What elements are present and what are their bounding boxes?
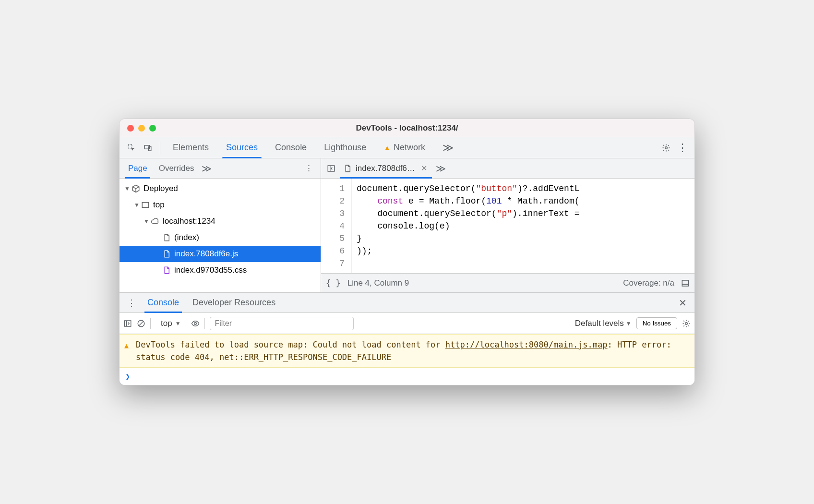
drawer-tab-console[interactable]: Console: [141, 293, 186, 312]
editor-pane: index.7808df6… ✕ ≫ 1234567 document.quer…: [321, 158, 694, 292]
more-tabs-button[interactable]: ≫: [434, 137, 462, 158]
toggle-navigator-icon[interactable]: [324, 164, 338, 173]
code-content[interactable]: document.querySelector("button")?.addEve…: [352, 179, 694, 273]
navigator-tab-overrides[interactable]: Overrides: [153, 158, 200, 178]
editor-tab-label: index.7808df6…: [356, 164, 415, 173]
warning-url[interactable]: http://localhost:8080/main.js.map: [445, 340, 608, 349]
navigator-kebab-icon[interactable]: ⋮: [300, 163, 318, 173]
tab-console[interactable]: Console: [266, 137, 315, 158]
svg-rect-9: [124, 321, 131, 326]
maximize-window-button[interactable]: [149, 125, 156, 132]
close-window-button[interactable]: [127, 125, 134, 132]
console-context-selector[interactable]: top ▼: [156, 316, 186, 331]
tree-file-label: index.7808df6e.js: [174, 249, 238, 259]
tree-domain[interactable]: ▼ localhost:1234: [120, 213, 321, 229]
warning-icon: ▲: [124, 339, 129, 352]
tab-lighthouse[interactable]: Lighthouse: [315, 137, 375, 158]
chevron-down-icon: ▼: [626, 320, 632, 327]
svg-point-14: [685, 322, 688, 324]
tree-file-index[interactable]: (index): [120, 229, 321, 246]
svg-point-13: [194, 322, 196, 324]
pretty-print-icon[interactable]: { }: [326, 278, 341, 288]
tree-domain-label: localhost:1234: [163, 216, 215, 226]
tree-file-css[interactable]: index.d9703d55.css: [120, 262, 321, 278]
console-messages: ▲ DevTools failed to load source map: Co…: [120, 334, 694, 385]
kebab-menu-icon[interactable]: ⋮: [674, 142, 691, 154]
navigator-tab-page[interactable]: Page: [122, 158, 153, 178]
window-title: DevTools - localhost:1234/: [356, 123, 458, 133]
svg-line-12: [139, 321, 144, 325]
show-drawer-icon[interactable]: [681, 279, 690, 288]
console-prompt[interactable]: ❯: [120, 368, 694, 385]
chevron-down-icon: ▼: [175, 320, 181, 327]
main-tab-strip: Elements Sources Console Lighthouse ▲ Ne…: [120, 137, 694, 158]
drawer-tab-strip: ⋮ Console Developer Resources ✕: [120, 293, 694, 313]
tree-file-label: index.d9703d55.css: [174, 265, 247, 275]
tree-top-label: top: [153, 200, 165, 210]
drawer-kebab-icon[interactable]: ⋮: [122, 298, 141, 308]
cursor-position: Line 4, Column 9: [347, 278, 409, 288]
chevron-down-icon: ▼: [123, 185, 131, 192]
clear-console-icon[interactable]: [137, 319, 145, 328]
titlebar: DevTools - localhost:1234/: [120, 119, 694, 137]
issues-button[interactable]: No Issues: [636, 317, 677, 329]
tree-deployed-label: Deployed: [144, 184, 178, 193]
document-icon: [162, 233, 171, 242]
more-editor-tabs[interactable]: ≫: [434, 163, 448, 174]
devtools-window: DevTools - localhost:1234/ Elements Sour…: [119, 119, 695, 385]
close-drawer-icon[interactable]: ✕: [674, 297, 692, 309]
document-icon: [343, 164, 352, 173]
divider: [160, 142, 160, 154]
tree-file-label: (index): [174, 233, 199, 242]
chevron-down-icon: ▼: [133, 202, 141, 208]
tab-elements[interactable]: Elements: [164, 137, 217, 158]
drawer-tab-dev-resources[interactable]: Developer Resources: [186, 293, 282, 312]
navigator-tabs: Page Overrides ≫ ⋮: [120, 158, 321, 179]
svg-point-3: [665, 146, 668, 149]
minimize-window-button[interactable]: [138, 125, 145, 132]
divider: [150, 318, 151, 329]
tab-sources[interactable]: Sources: [217, 137, 266, 158]
tree-top-frame[interactable]: ▼ top: [120, 197, 321, 213]
coverage-label: Coverage: n/a: [623, 278, 674, 288]
warning-icon: ▲: [383, 144, 391, 152]
inspect-element-icon[interactable]: [123, 144, 140, 152]
frame-icon: [141, 201, 150, 209]
traffic-lights: [120, 125, 156, 132]
svg-rect-7: [682, 280, 689, 286]
editor-status-bar: { } Line 4, Column 9 Coverage: n/a: [321, 273, 694, 292]
cloud-icon: [150, 217, 160, 226]
console-sidebar-toggle-icon[interactable]: [123, 319, 132, 328]
line-gutter: 1234567: [321, 179, 352, 273]
cube-icon: [131, 184, 141, 193]
tree-file-js[interactable]: index.7808df6e.js: [120, 246, 321, 262]
code-editor[interactable]: 1234567 document.querySelector("button")…: [321, 179, 694, 273]
editor-open-file-tab[interactable]: index.7808df6… ✕: [338, 158, 434, 178]
console-toolbar: top ▼ Default levels ▼ No Issues: [120, 313, 694, 334]
console-settings-icon[interactable]: [682, 319, 691, 328]
file-tree: ▼ Deployed ▼ top ▼: [120, 179, 321, 292]
settings-icon[interactable]: [658, 144, 674, 152]
navigator-more-tabs[interactable]: ≫: [202, 163, 212, 174]
context-label: top: [161, 319, 172, 328]
levels-label: Default levels: [575, 319, 624, 328]
log-levels-selector[interactable]: Default levels ▼: [575, 319, 632, 328]
document-icon: [162, 266, 171, 275]
warning-prefix: DevTools failed to load source map: Coul…: [136, 340, 445, 349]
live-expression-icon[interactable]: [191, 319, 200, 328]
navigator-pane: Page Overrides ≫ ⋮ ▼ Deployed ▼: [120, 158, 321, 292]
editor-tabs: index.7808df6… ✕ ≫: [321, 158, 694, 179]
divider: [204, 318, 205, 329]
svg-rect-4: [142, 203, 149, 208]
close-tab-icon[interactable]: ✕: [419, 164, 429, 173]
tab-network[interactable]: ▲ Network: [375, 137, 434, 158]
console-warning-message[interactable]: ▲ DevTools failed to load source map: Co…: [120, 334, 694, 368]
device-toolbar-icon[interactable]: [140, 144, 156, 152]
chevron-down-icon: ▼: [143, 218, 150, 225]
document-icon: [162, 250, 171, 258]
tab-network-label: Network: [394, 143, 425, 153]
tree-group-deployed[interactable]: ▼ Deployed: [120, 180, 321, 197]
console-filter-input[interactable]: [210, 317, 354, 330]
sources-split: Page Overrides ≫ ⋮ ▼ Deployed ▼: [120, 158, 694, 293]
